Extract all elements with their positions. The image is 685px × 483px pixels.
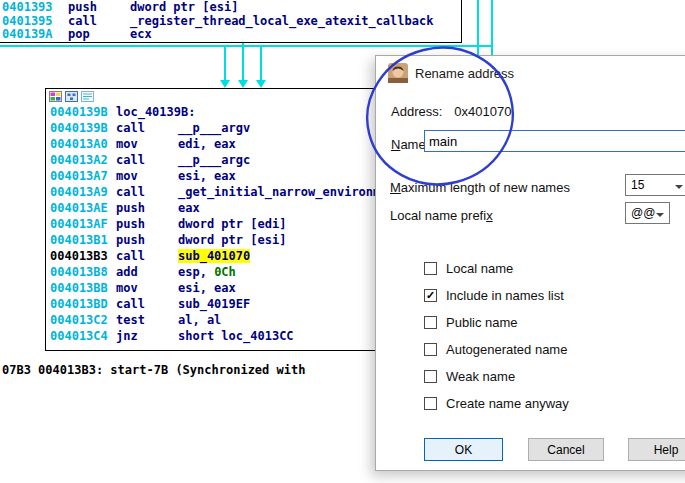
asm-operand: sub_4019EF (178, 297, 250, 311)
asm-address: 004013AE (50, 200, 116, 216)
asm-line[interactable]: 004013BDcallsub_4019EF (50, 296, 414, 312)
disassembly-block: 0401393pushdword ptr [esi]0401395call_re… (2, 1, 461, 42)
checkbox-checked-icon[interactable]: ✓ (424, 289, 437, 302)
checkbox-unchecked-icon[interactable] (424, 262, 437, 275)
address-row: Address:0x401070 (391, 104, 511, 119)
asm-line[interactable]: 0040139Bloc_40139B: (50, 104, 414, 120)
cancel-button[interactable]: Cancel (528, 438, 604, 461)
asm-line[interactable]: 004013A2call__p___argc (50, 152, 414, 168)
asm-mnemonic: call (116, 184, 178, 200)
asm-address: 004013BD (50, 296, 116, 312)
asm-address: 004013A9 (50, 184, 116, 200)
asm-address: 004013BB (50, 280, 116, 296)
chevron-down-icon (656, 213, 664, 221)
asm-address: 004013C4 (50, 328, 116, 344)
asm-address: 0401395 (2, 15, 68, 29)
asm-line[interactable]: 0401395call_register_thread_local_exe_at… (2, 15, 461, 29)
asm-operand: esi, eax (178, 169, 236, 183)
asm-mnemonic: mov (116, 280, 178, 296)
asm-line[interactable]: 004013AFpushdword ptr [edi] (50, 216, 414, 232)
asm-mnemonic: call (116, 296, 178, 312)
asm-operand: _register_thread_local_exe_atexit_callba… (130, 14, 433, 28)
checkbox-group: Local name✓Include in names listPublic n… (424, 262, 569, 424)
asm-line[interactable]: 004013C4jnzshort loc_4013CC (50, 328, 414, 344)
asm-line[interactable]: 004013C2testal, al (50, 312, 414, 328)
checkbox-label[interactable]: Autogenerated name (446, 342, 567, 357)
dialog-title: Rename address (415, 66, 514, 81)
asm-mnemonic: call (116, 248, 178, 264)
edge-arrow-icon (238, 80, 248, 88)
asm-mnemonic: push (68, 1, 130, 15)
asm-operand: __p___argv (178, 121, 250, 135)
chevron-down-icon (675, 185, 683, 193)
ok-button[interactable]: OK (424, 438, 503, 461)
node-graph-icon (65, 91, 78, 102)
asm-operand: dword ptr [edi] (178, 217, 286, 231)
checkbox-create-name-anyway[interactable]: Create name anyway (424, 397, 569, 410)
checkbox-include-in-names-list[interactable]: ✓Include in names list (424, 289, 569, 302)
asm-mnemonic: mov (116, 168, 178, 184)
asm-line[interactable]: 040139Apopecx (2, 28, 461, 42)
rename-portrait-icon (388, 63, 408, 83)
asm-operand: dword ptr [esi] (178, 233, 286, 247)
asm-line[interactable]: 004013A0movedi, eax (50, 136, 414, 152)
checkbox-public-name[interactable]: Public name (424, 316, 569, 329)
name-input[interactable] (424, 130, 685, 152)
asm-line[interactable]: 004013BBmovesi, eax (50, 280, 414, 296)
edge-arrow-icon (220, 80, 230, 88)
graph-node-main: 0040139Bloc_40139B:0040139Bcall__p___arg… (45, 88, 415, 351)
checkbox-label[interactable]: Include in names list (446, 288, 564, 303)
checkbox-label[interactable]: Local name (446, 261, 513, 276)
asm-address: 040139A (2, 28, 68, 42)
asm-address: 004013A2 (50, 152, 116, 168)
asm-address: 004013A7 (50, 168, 116, 184)
dialog-header: Rename address (388, 63, 514, 83)
asm-operand: 0Ch (214, 265, 236, 279)
graph-node-top-partial: 0401393pushdword ptr [esi]0401395call_re… (0, 0, 462, 43)
asm-operand: short loc_4013CC (178, 329, 294, 343)
highlighted-operand[interactable]: sub_401070 (178, 249, 250, 263)
address-value: 0x401070 (454, 104, 511, 119)
checkbox-unchecked-icon[interactable] (424, 343, 437, 356)
asm-mnemonic: push (116, 200, 178, 216)
asm-address: 004013B1 (50, 232, 116, 248)
checkbox-label[interactable]: Public name (446, 315, 518, 330)
prefix-combo[interactable]: @@ (625, 202, 670, 224)
asm-line[interactable]: 004013B1pushdword ptr [esi] (50, 232, 414, 248)
checkbox-weak-name[interactable]: Weak name (424, 370, 569, 383)
asm-operand: _get_initial_narrow_environment (178, 185, 402, 199)
asm-address: 004013B3 (50, 248, 116, 264)
asm-line[interactable]: 0040139Bcall__p___argv (50, 120, 414, 136)
asm-mnemonic: pop (68, 28, 130, 42)
asm-operand: ecx (130, 27, 152, 41)
checkbox-unchecked-icon[interactable] (424, 370, 437, 383)
asm-mnemonic: push (116, 216, 178, 232)
checkbox-label[interactable]: Weak name (446, 369, 515, 384)
node-titlebar (46, 89, 414, 104)
help-button[interactable]: Help (628, 438, 685, 461)
checkbox-unchecked-icon[interactable] (424, 397, 437, 410)
max-length-combo[interactable]: 15 (625, 174, 685, 196)
asm-address: 004013A0 (50, 136, 116, 152)
asm-line[interactable]: 004013AEpusheax (50, 200, 414, 216)
asm-mnemonic: push (116, 232, 178, 248)
asm-operand: esp, (178, 265, 214, 279)
checkbox-local-name[interactable]: Local name (424, 262, 569, 275)
asm-line[interactable]: 004013B3callsub_401070 (50, 248, 414, 264)
rename-address-dialog: Rename address Address:0x401070 Name Max… (375, 55, 685, 471)
checkbox-autogenerated-name[interactable]: Autogenerated name (424, 343, 569, 356)
checkbox-label[interactable]: Create name anyway (446, 396, 569, 411)
asm-operand: __p___argc (178, 153, 250, 167)
asm-address: 004013C2 (50, 312, 116, 328)
asm-operand: esi, eax (178, 281, 236, 295)
asm-line[interactable]: 004013A9call_get_initial_narrow_environm… (50, 184, 414, 200)
asm-mnemonic: test (116, 312, 178, 328)
asm-line[interactable]: 0401393pushdword ptr [esi] (2, 1, 461, 15)
asm-line[interactable]: 004013B8addesp, 0Ch (50, 264, 414, 280)
node-text-icon (81, 91, 94, 102)
status-bar-text: 07B3 004013B3: start-7B (Synchronized wi… (2, 363, 305, 377)
asm-line[interactable]: 004013A7movesi, eax (50, 168, 414, 184)
asm-mnemonic: add (116, 264, 178, 280)
asm-operand: edi, eax (178, 137, 236, 151)
checkbox-unchecked-icon[interactable] (424, 316, 437, 329)
